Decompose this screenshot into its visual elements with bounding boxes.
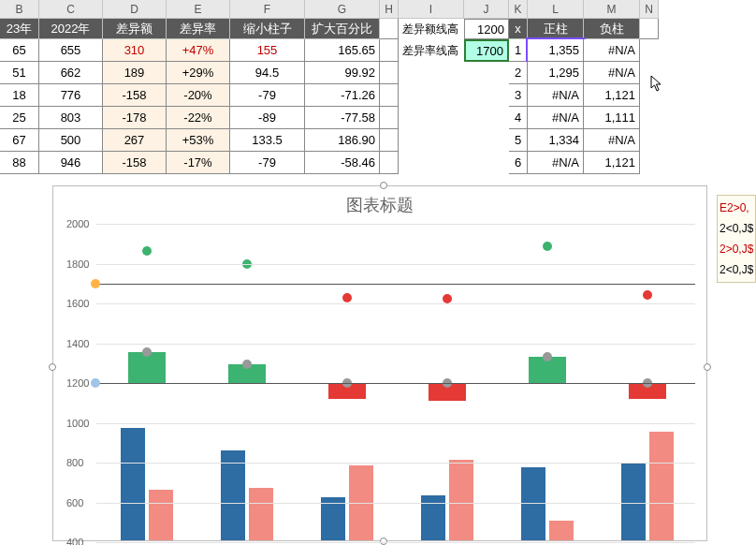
colh-G[interactable]: G: [305, 0, 380, 19]
th-diff[interactable]: 差异额: [103, 19, 167, 39]
label-diff-line[interactable]: 差异额线高: [399, 19, 464, 39]
cell-C[interactable]: 776: [39, 84, 103, 107]
bar[interactable]: [121, 428, 145, 540]
chart-plot-area[interactable]: [96, 224, 695, 540]
cell-pos[interactable]: #N/A: [528, 107, 584, 129]
cell-x[interactable]: 4: [509, 107, 528, 129]
cell-shrink[interactable]: -89: [230, 107, 305, 129]
cell-scale[interactable]: -77.58: [305, 107, 380, 129]
colh-N[interactable]: N: [640, 0, 659, 19]
label-rate-line[interactable]: 差异率线高: [399, 39, 464, 62]
cell-C[interactable]: 803: [39, 107, 103, 129]
colh-H[interactable]: H: [380, 0, 399, 19]
cell-C[interactable]: 662: [39, 62, 103, 84]
blank-I[interactable]: [399, 107, 464, 129]
blank-H1[interactable]: [380, 19, 399, 39]
colh-D[interactable]: D: [103, 0, 167, 19]
cell-scale[interactable]: 165.65: [305, 39, 380, 62]
cell-shrink[interactable]: -79: [230, 152, 305, 174]
cell-diff[interactable]: -178: [103, 107, 167, 129]
colh-L[interactable]: L: [528, 0, 584, 19]
cell-B[interactable]: 25: [0, 107, 39, 129]
bar[interactable]: [249, 488, 273, 540]
cell-shrink[interactable]: 94.5: [230, 62, 305, 84]
colh-K[interactable]: K: [509, 0, 528, 19]
rate-dot[interactable]: [443, 294, 452, 303]
th-rate[interactable]: 差异率: [167, 19, 230, 39]
cell-diff[interactable]: 189: [103, 62, 167, 84]
chart-object[interactable]: 图表标题 400600800100012001400160018002000: [52, 185, 707, 541]
th-shrink[interactable]: 缩小柱子: [230, 19, 305, 39]
rate-dot[interactable]: [342, 293, 352, 302]
colh-I[interactable]: I: [399, 0, 464, 19]
cell-B[interactable]: 67: [0, 129, 39, 152]
blank-H[interactable]: [380, 84, 399, 107]
colh-B[interactable]: B: [0, 0, 39, 19]
cell-C[interactable]: 946: [39, 152, 103, 174]
bar[interactable]: [221, 450, 245, 540]
th-pos[interactable]: 正柱: [528, 19, 584, 39]
bar[interactable]: [521, 467, 545, 540]
blank-N[interactable]: [640, 129, 659, 152]
value-diff-line[interactable]: 1200: [464, 19, 509, 39]
colh-M[interactable]: M: [584, 0, 640, 19]
blank-N1[interactable]: [640, 19, 659, 39]
colh-J[interactable]: J: [464, 0, 509, 19]
blank-I[interactable]: [399, 129, 464, 152]
cell-shrink[interactable]: 155: [230, 39, 305, 62]
cell-neg[interactable]: 1,121: [584, 152, 640, 174]
cell-rate[interactable]: +29%: [167, 62, 230, 84]
blank-H[interactable]: [380, 107, 399, 129]
blank-J[interactable]: [464, 84, 509, 107]
cell-x[interactable]: 6: [509, 152, 528, 174]
cell-shrink[interactable]: -79: [230, 84, 305, 107]
colh-E[interactable]: E: [167, 0, 230, 19]
cell-pos[interactable]: 1,355: [528, 39, 584, 62]
cell-scale[interactable]: -58.46: [305, 152, 380, 174]
blank-N[interactable]: [640, 39, 659, 62]
cell-neg[interactable]: 1,121: [584, 84, 640, 107]
value-rate-line[interactable]: 1700: [464, 39, 509, 62]
bar[interactable]: [649, 432, 674, 540]
colh-C[interactable]: C: [39, 0, 103, 19]
cell-x[interactable]: 3: [509, 84, 528, 107]
cell-diff[interactable]: -158: [103, 152, 167, 174]
blank-J[interactable]: [464, 62, 509, 84]
cell-neg[interactable]: #N/A: [584, 39, 640, 62]
cell-rate[interactable]: -17%: [167, 152, 230, 174]
cell-rate[interactable]: +53%: [167, 129, 230, 152]
bar[interactable]: [549, 521, 574, 540]
cell-neg[interactable]: #N/A: [584, 129, 640, 152]
cell-B[interactable]: 51: [0, 62, 39, 84]
cell-C[interactable]: 655: [39, 39, 103, 62]
cell-B[interactable]: 18: [0, 84, 39, 107]
cell-pos[interactable]: 1,334: [528, 129, 584, 152]
cell-neg[interactable]: 1,111: [584, 107, 640, 129]
blank-H[interactable]: [380, 62, 399, 84]
th-2022[interactable]: 2022年: [39, 19, 103, 39]
th-neg[interactable]: 负柱: [584, 19, 640, 39]
cell-C[interactable]: 500: [39, 129, 103, 152]
blank-H[interactable]: [380, 129, 399, 152]
blank-H[interactable]: [380, 152, 399, 174]
bar[interactable]: [321, 497, 345, 540]
cell-diff[interactable]: 267: [103, 129, 167, 152]
cell-rate[interactable]: -22%: [167, 107, 230, 129]
cell-diff[interactable]: 310: [103, 39, 167, 62]
blank-I[interactable]: [399, 84, 464, 107]
blank-N[interactable]: [640, 107, 659, 129]
cell-pos[interactable]: 1,295: [528, 62, 584, 84]
cell-scale[interactable]: -71.26: [305, 84, 380, 107]
th-scale[interactable]: 扩大百分比: [305, 19, 380, 39]
cell-x[interactable]: 2: [509, 62, 528, 84]
blank-H[interactable]: [380, 39, 399, 62]
bar[interactable]: [449, 460, 473, 540]
colh-F[interactable]: F: [230, 0, 305, 19]
chart-title[interactable]: 图表标题: [53, 194, 706, 216]
blank-I[interactable]: [399, 152, 464, 174]
cell-pos[interactable]: #N/A: [528, 84, 584, 107]
blank-N[interactable]: [640, 152, 659, 174]
th-2023[interactable]: 23年: [0, 19, 39, 39]
bar[interactable]: [149, 490, 173, 540]
cell-rate[interactable]: -20%: [167, 84, 230, 107]
